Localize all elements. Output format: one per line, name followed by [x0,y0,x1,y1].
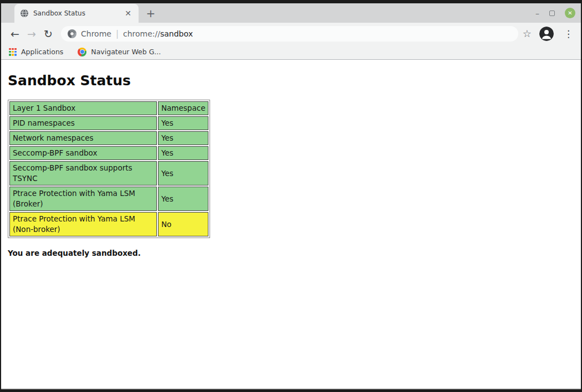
chrome-icon [78,48,86,56]
back-button[interactable]: ← [7,25,23,42]
page-content: Sandbox Status Layer 1 SandboxNamespaceP… [1,60,581,389]
table-cell: No [158,212,208,236]
table-cell: Namespace [158,101,208,115]
forward-button[interactable]: → [23,25,40,42]
maximize-button[interactable] [549,11,555,16]
table-row: Layer 1 SandboxNamespace [9,101,208,115]
page-title: Sandbox Status [8,73,574,89]
tab-close-icon[interactable]: ✕ [123,8,133,18]
bookmark-label: Navigateur Web G... [91,48,161,56]
bookmark-applications[interactable]: Applications [9,48,63,56]
toolbar-right: ☆ ⋮ [523,27,575,41]
table-row: Network namespacesYes [9,131,208,145]
apps-grid-dot [12,51,14,53]
apps-grid-dot [14,51,17,53]
table-cell: Ptrace Protection with Yama LSM (Broker) [9,187,157,211]
omnibox-separator: | [116,29,119,39]
table-row: Seccomp-BPF sandboxYes [9,146,208,160]
table-cell: PID namespaces [9,116,157,130]
omnibox-product-label: Chrome [81,29,111,38]
table-cell: Yes [158,146,208,160]
apps-grid-icon [9,48,17,56]
sandbox-status-table: Layer 1 SandboxNamespacePID namespacesYe… [8,100,210,238]
tab-sandbox-status[interactable]: Sandbox Status ✕ [14,4,139,23]
apps-grid-dot [14,48,17,50]
apps-grid-dot [9,51,11,53]
table-cell: Yes [158,116,208,130]
table-cell: Network namespaces [9,131,157,145]
table-cell: Seccomp-BPF sandbox [9,146,157,160]
address-bar[interactable]: Chrome | chrome://sandbox [61,26,518,42]
bookmark-star-icon[interactable]: ☆ [523,28,532,39]
apps-grid-dot [12,48,14,50]
bookmarks-bar: Applications Navigateur Web G... [1,44,581,60]
table-cell: Yes [158,131,208,145]
table-cell: Seccomp-BPF sandbox supports TSYNC [9,161,157,185]
url-host: sandbox [160,29,193,38]
table-row: Seccomp-BPF sandbox supports TSYNCYes [9,161,208,185]
tab-title: Sandbox Status [33,9,119,17]
apps-grid-dot [14,54,17,56]
table-cell: Yes [158,161,208,185]
bookmark-label: Applications [21,48,63,56]
table-row: Ptrace Protection with Yama LSM (Non-bro… [9,212,208,236]
table-row: PID namespacesYes [9,116,208,130]
menu-icon[interactable]: ⋮ [561,28,575,39]
url-scheme: chrome:// [123,29,160,38]
browser-window: Sandbox Status ✕ + – ✕ ← → ↻ Chrome | ch… [0,0,582,392]
profile-avatar[interactable] [539,27,554,41]
table-cell: Ptrace Protection with Yama LSM (Non-bro… [9,212,157,236]
table-row: Ptrace Protection with Yama LSM (Broker)… [9,187,208,211]
reload-button[interactable]: ↻ [40,25,57,42]
minimize-button[interactable]: – [535,11,539,16]
window-controls: – ✕ [535,3,575,23]
sandbox-table-body: Layer 1 SandboxNamespacePID namespacesYe… [9,101,208,236]
chrome-logo-gray-icon [68,29,76,38]
sandbox-verdict-text: You are adequately sandboxed. [8,249,574,257]
close-button[interactable]: ✕ [565,8,575,18]
window-bottom-edge [1,388,581,389]
apps-grid-dot [12,54,14,56]
apps-grid-dot [9,48,11,50]
tab-strip: Sandbox Status ✕ + – ✕ [1,3,581,23]
table-cell: Layer 1 Sandbox [9,101,157,115]
omnibox-url: chrome://sandbox [123,29,193,38]
toolbar: ← → ↻ Chrome | chrome://sandbox ☆ ⋮ [1,23,581,44]
new-tab-button[interactable]: + [143,6,159,21]
bookmark-navigateur[interactable]: Navigateur Web G... [78,48,161,56]
apps-grid-dot [9,54,11,56]
table-cell: Yes [158,187,208,211]
globe-favicon-icon [20,9,29,18]
